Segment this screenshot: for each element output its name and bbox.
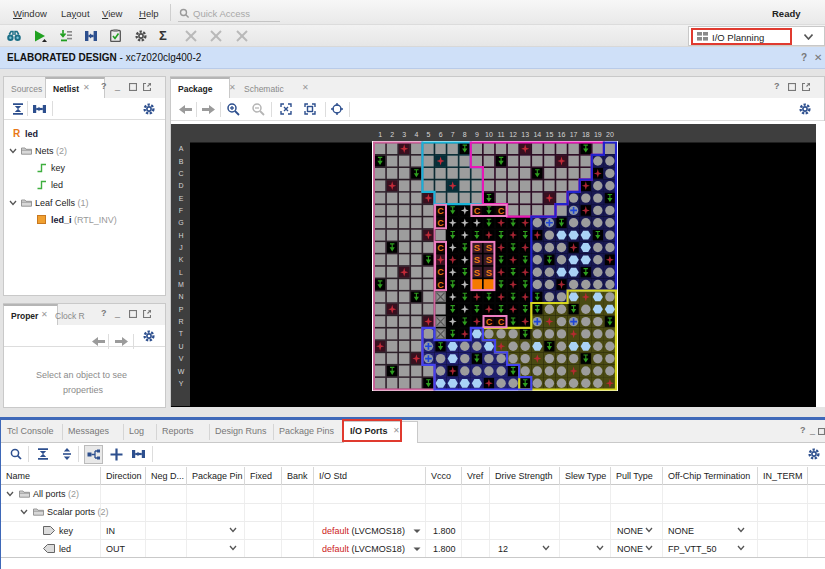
svg-text:H: H bbox=[178, 232, 183, 239]
svg-text:7: 7 bbox=[451, 131, 455, 138]
svg-text:6: 6 bbox=[439, 131, 443, 138]
svg-text:E: E bbox=[179, 195, 184, 202]
svg-text:C: C bbox=[437, 267, 444, 277]
svg-text:5: 5 bbox=[426, 131, 430, 138]
svg-text:9: 9 bbox=[475, 131, 479, 138]
svg-text:F: F bbox=[179, 207, 183, 214]
svg-text:N: N bbox=[178, 293, 183, 300]
svg-text:S: S bbox=[474, 242, 480, 253]
svg-text:16: 16 bbox=[558, 131, 566, 138]
svg-text:3: 3 bbox=[402, 131, 406, 138]
svg-text:C: C bbox=[437, 218, 444, 228]
svg-text:S: S bbox=[474, 254, 480, 265]
svg-text:R: R bbox=[178, 318, 183, 325]
svg-text:U: U bbox=[178, 343, 183, 350]
svg-text:1: 1 bbox=[378, 131, 382, 138]
svg-text:13: 13 bbox=[521, 131, 529, 138]
svg-text:C: C bbox=[437, 280, 444, 290]
svg-text:C: C bbox=[498, 317, 505, 327]
svg-text:B: B bbox=[179, 158, 184, 165]
svg-text:S: S bbox=[486, 267, 492, 278]
svg-text:C: C bbox=[498, 206, 505, 216]
svg-text:10: 10 bbox=[485, 131, 493, 138]
svg-text:12: 12 bbox=[509, 131, 517, 138]
svg-text:15: 15 bbox=[546, 131, 554, 138]
svg-text:P: P bbox=[179, 306, 184, 313]
svg-text:L: L bbox=[179, 269, 183, 276]
svg-text:S: S bbox=[474, 267, 480, 278]
svg-text:8: 8 bbox=[463, 131, 467, 138]
svg-text:S: S bbox=[486, 254, 492, 265]
svg-text:W: W bbox=[178, 368, 185, 375]
svg-text:C: C bbox=[486, 317, 493, 327]
svg-text:M: M bbox=[178, 281, 184, 288]
svg-text:V: V bbox=[179, 355, 184, 362]
svg-text:C: C bbox=[437, 206, 444, 216]
svg-text:T: T bbox=[179, 330, 184, 337]
svg-text:19: 19 bbox=[594, 131, 602, 138]
svg-text:11: 11 bbox=[497, 131, 504, 138]
svg-text:J: J bbox=[179, 244, 183, 251]
svg-text:17: 17 bbox=[570, 131, 578, 138]
svg-text:2: 2 bbox=[390, 131, 394, 138]
svg-text:D: D bbox=[178, 182, 183, 189]
svg-text:Y: Y bbox=[179, 380, 184, 387]
svg-text:S: S bbox=[486, 242, 492, 253]
svg-text:4: 4 bbox=[414, 131, 418, 138]
svg-text:G: G bbox=[178, 219, 183, 226]
svg-text:C: C bbox=[437, 243, 444, 253]
svg-text:K: K bbox=[179, 256, 184, 263]
svg-text:C: C bbox=[474, 206, 481, 216]
svg-text:C: C bbox=[178, 170, 183, 177]
svg-text:A: A bbox=[179, 145, 184, 152]
svg-text:20: 20 bbox=[606, 131, 614, 138]
svg-text:18: 18 bbox=[582, 131, 590, 138]
svg-text:14: 14 bbox=[533, 131, 541, 138]
